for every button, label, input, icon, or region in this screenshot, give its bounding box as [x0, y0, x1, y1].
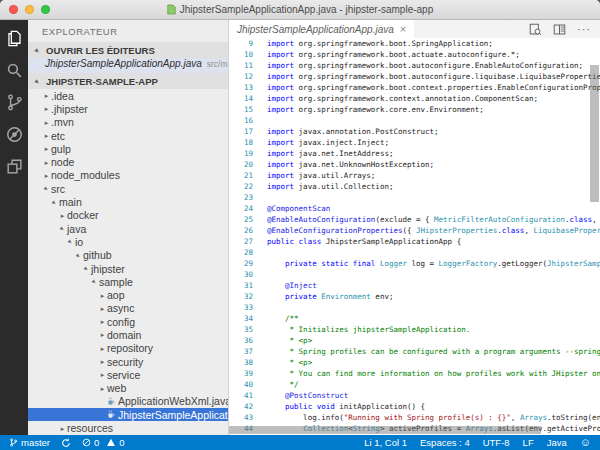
code-line[interactable]: 9import org.springframework.boot.SpringA… — [229, 38, 600, 49]
git-branch-indicator[interactable]: master — [9, 437, 50, 448]
code-line[interactable]: 18import javax.inject.Inject; — [229, 137, 600, 148]
code-line[interactable]: 32 private Environment env; — [229, 291, 600, 302]
tree-folder-item[interactable]: ▸gulp — [28, 142, 228, 155]
code-line[interactable]: 29 private static final Logger log = Log… — [229, 258, 600, 269]
explorer-icon[interactable] — [5, 29, 24, 48]
code-line[interactable]: 28 — [229, 247, 600, 258]
tree-folder-item[interactable]: ▸service — [28, 368, 228, 381]
twistie-icon: ▸ — [42, 144, 51, 153]
tree-folder-item[interactable]: ▸etc — [28, 129, 228, 142]
code-line[interactable]: 42 public void initApplication() { — [229, 401, 600, 412]
code-line[interactable]: 11import org.springframework.boot.autoco… — [229, 60, 600, 71]
tab-jhipstersampleapplicationapp[interactable]: JhipsterSampleApplicationApp.java × — [229, 20, 414, 38]
code-line[interactable]: 10import org.springframework.boot.actuat… — [229, 49, 600, 60]
code-line[interactable]: 31 @Inject — [229, 280, 600, 291]
tree-folder-item[interactable]: ▸jhipster — [28, 262, 228, 275]
code-line[interactable]: 13import org.springframework.boot.contex… — [229, 82, 600, 93]
problems-indicator[interactable]: 0 0 — [82, 437, 125, 448]
open-editor-item[interactable]: JhipsterSampleApplicationApp.java src/m.… — [28, 58, 228, 73]
sidebar-title: EXPLORATEUR — [28, 20, 228, 42]
tree-folder-item[interactable]: ▸.jhipster — [28, 102, 228, 115]
activity-bar — [0, 20, 28, 435]
open-editors-header[interactable]: ▸ OUVRIR LES ÉDITEURS — [28, 42, 228, 58]
horizontal-scrollbar[interactable] — [229, 426, 541, 434]
code-line[interactable]: 17import javax.annotation.PostConstruct; — [229, 126, 600, 137]
tree-item-label: jhipster — [91, 263, 125, 275]
tree-folder-item[interactable]: ▸java — [28, 222, 228, 235]
feedback-smiley-icon[interactable]: ☺ — [580, 437, 591, 448]
code-area[interactable]: 9import org.springframework.boot.SpringA… — [229, 38, 600, 435]
code-line[interactable]: 12import org.springframework.boot.autoco… — [229, 71, 600, 82]
eol-setting[interactable]: LF — [523, 437, 534, 448]
debug-icon[interactable] — [5, 125, 24, 144]
tree-folder-item[interactable]: ▸config — [28, 315, 228, 328]
tree-folder-item[interactable]: ▸.mvn — [28, 116, 228, 129]
code-line[interactable]: 15import org.springframework.core.env.En… — [229, 104, 600, 115]
code-line[interactable]: 16 — [229, 115, 600, 126]
language-mode[interactable]: Java — [547, 437, 567, 448]
code-line[interactable]: 25@EnableAutoConfiguration(exclude = { M… — [229, 214, 600, 225]
line-number: 37 — [229, 346, 259, 357]
more-actions-icon[interactable]: ··· — [577, 26, 591, 32]
twistie-icon: ▸ — [42, 104, 51, 113]
code-line[interactable]: 23 — [229, 192, 600, 203]
encoding-setting[interactable]: UTF-8 — [483, 437, 510, 448]
code-line[interactable]: 22import java.util.Collection; — [229, 181, 600, 192]
close-window-button[interactable] — [9, 5, 18, 14]
code-line[interactable]: 35 * Initializes jhipsterSampleApplicati… — [229, 324, 600, 335]
tree-folder-item[interactable]: ▸sample — [28, 275, 228, 288]
tree-folder-item[interactable]: ▸docker — [28, 209, 228, 222]
source-control-icon[interactable] — [5, 93, 24, 112]
split-editor-icon[interactable] — [553, 23, 566, 36]
code-line[interactable]: 30 — [229, 269, 600, 280]
zoom-window-button[interactable] — [41, 5, 50, 14]
code-line[interactable]: 33 — [229, 302, 600, 313]
code-line[interactable]: 20import java.net.UnknownHostException; — [229, 159, 600, 170]
code-line[interactable]: 37 * Spring profiles can be configured w… — [229, 346, 600, 357]
code-line[interactable]: 41 @PostConstruct — [229, 390, 600, 401]
code-line[interactable]: 43 log.info("Running with Spring profile… — [229, 412, 600, 423]
tree-folder-item[interactable]: ▸src — [28, 182, 228, 195]
search-icon[interactable] — [5, 61, 24, 80]
code-line[interactable]: 39 * You can find more information on ho… — [229, 368, 600, 379]
minimize-window-button[interactable] — [25, 5, 34, 14]
close-tab-icon[interactable]: × — [400, 24, 406, 34]
tree-folder-item[interactable]: ▸node_modules — [28, 169, 228, 182]
code-line[interactable]: 27public class JhipsterSampleApplication… — [229, 236, 600, 247]
tree-folder-item[interactable]: ▸io — [28, 235, 228, 248]
project-section-header[interactable]: ▸ JHIPSTER-SAMPLE-APP — [28, 73, 228, 89]
open-preview-icon[interactable] — [529, 23, 542, 36]
tree-folder-item[interactable]: ▸domain — [28, 328, 228, 341]
cursor-position[interactable]: Li 1, Col 1 — [364, 437, 407, 448]
tree-folder-item[interactable]: ▸async — [28, 302, 228, 315]
extensions-icon[interactable] — [5, 157, 24, 176]
tree-folder-item[interactable]: ▸github — [28, 249, 228, 262]
line-number: 34 — [229, 313, 259, 324]
code-line[interactable]: 19import java.net.InetAddress; — [229, 148, 600, 159]
code-line[interactable]: 14import org.springframework.context.ann… — [229, 93, 600, 104]
tree-folder-item[interactable]: ▸.idea — [28, 89, 228, 102]
tree-folder-item[interactable]: ▸security — [28, 355, 228, 368]
warnings-icon — [106, 438, 116, 447]
tree-folder-item[interactable]: ▸node — [28, 155, 228, 168]
tree-folder-item[interactable]: ▸resources — [28, 421, 228, 434]
code-line[interactable]: 34 /** — [229, 313, 600, 324]
vertical-scrollbar[interactable] — [590, 65, 599, 202]
indentation-setting[interactable]: Espaces : 4 — [420, 437, 470, 448]
code-line[interactable]: 21import java.util.Arrays; — [229, 170, 600, 181]
tree-item-label: aop — [107, 289, 125, 301]
tree-file-item[interactable]: ApplicationWebXml.java — [28, 395, 228, 408]
code-line[interactable]: 36 * <p> — [229, 335, 600, 346]
code-line[interactable]: 40 */ — [229, 379, 600, 390]
tree-folder-item[interactable]: ▸repository — [28, 342, 228, 355]
line-text: */ — [267, 379, 600, 390]
code-line[interactable]: 24@ComponentScan — [229, 203, 600, 214]
tree-folder-item[interactable]: ▸web — [28, 382, 228, 395]
tree-folder-item[interactable]: ▸aop — [28, 288, 228, 301]
sync-indicator[interactable] — [61, 438, 71, 448]
code-line[interactable]: 26@EnableConfigurationProperties({ JHips… — [229, 225, 600, 236]
tree-item-label: config — [107, 316, 135, 328]
code-line[interactable]: 38 * <p> — [229, 357, 600, 368]
tree-folder-item[interactable]: ▸main — [28, 195, 228, 208]
tree-file-item[interactable]: JhipsterSampleApplicationApp.java — [28, 408, 228, 421]
